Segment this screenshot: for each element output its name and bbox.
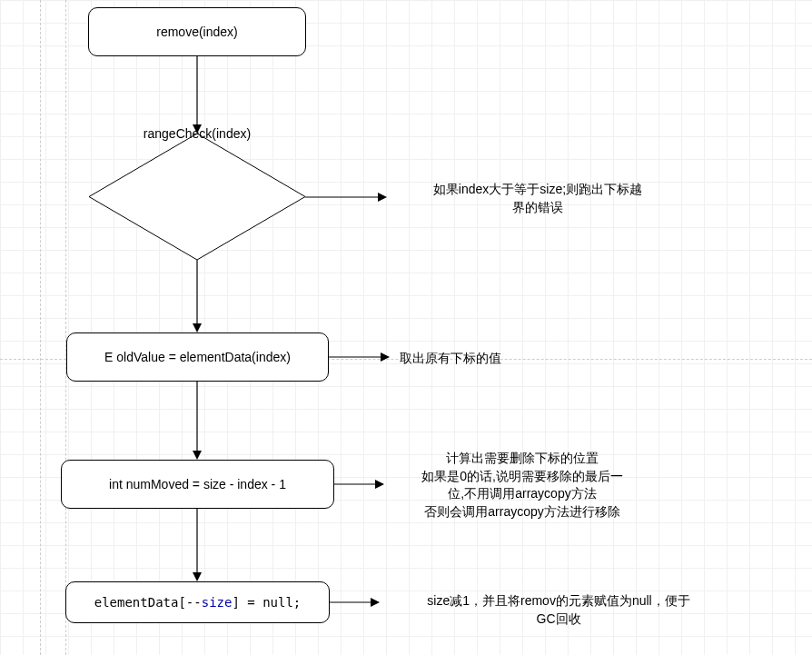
svg-marker-12 [375, 480, 384, 489]
arrow-n5-annot [330, 596, 380, 609]
svg-marker-10 [193, 451, 202, 460]
annotation-nummoved-l1: 计算出需要删除下标的位置 [446, 451, 599, 465]
node-oldvalue: E oldValue = elementData(index) [66, 332, 329, 382]
guide-line-vertical-1 [40, 0, 41, 655]
annotation-rangecheck-l2: 界的错误 [512, 200, 563, 214]
svg-marker-4 [378, 193, 387, 202]
annotation-nummoved-l4: 否则会调用arraycopy方法进行移除 [424, 504, 619, 519]
annotation-setnull-l2: GC回收 [537, 611, 581, 626]
node-setnull-pre: elementData[-- [94, 595, 202, 610]
node-setnull-kw: size [202, 595, 233, 610]
node-setnull: elementData[--size] = null; [65, 581, 330, 623]
arrow-n3-n4 [191, 382, 203, 460]
svg-marker-16 [371, 598, 380, 607]
annotation-nummoved: 计算出需要删除下标的位置 如果是0的话,说明需要移除的最后一 位,不用调用arr… [391, 450, 654, 521]
arrow-n3-annot [329, 351, 390, 363]
annotation-oldvalue: 取出原有下标的值 [400, 350, 501, 368]
node-remove: remove(index) [88, 7, 306, 56]
node-oldvalue-label: E oldValue = elementData(index) [104, 350, 291, 364]
arrow-n2-n3 [191, 260, 203, 332]
annotation-oldvalue-text: 取出原有下标的值 [400, 351, 501, 365]
node-nummoved-label: int numMoved = size - index - 1 [109, 477, 286, 491]
annotation-rangecheck-l1: 如果index大于等于size;则跑出下标越 [433, 182, 642, 196]
annotation-setnull-l1: size减1，并且将remov的元素赋值为null，便于 [427, 593, 689, 608]
svg-marker-14 [193, 572, 202, 581]
annotation-setnull: size减1，并且将remov的元素赋值为null，便于 GC回收 [386, 592, 731, 628]
node-nummoved: int numMoved = size - index - 1 [61, 460, 334, 509]
flowchart-canvas: remove(index) rangeCheck(index) 如果index大… [0, 0, 812, 655]
node-remove-label: remove(index) [156, 25, 237, 39]
guide-line-vertical-2 [65, 0, 66, 655]
svg-marker-8 [381, 352, 390, 362]
arrow-n4-n5 [191, 509, 203, 581]
node-setnull-post: ] = null; [232, 595, 301, 610]
node-rangecheck-label: rangeCheck(index) [144, 126, 251, 141]
annotation-rangecheck: 如果index大于等于size;则跑出下标越 界的错误 [392, 181, 683, 216]
arrow-n4-annot [334, 478, 384, 491]
annotation-nummoved-l3: 位,不用调用arraycopy方法 [448, 486, 596, 501]
arrow-n1-n2 [191, 56, 203, 134]
svg-marker-2 [89, 134, 305, 260]
svg-marker-6 [193, 323, 202, 332]
annotation-nummoved-l2: 如果是0的话,说明需要移除的最后一 [421, 469, 623, 483]
arrow-n2-annot [305, 191, 387, 203]
